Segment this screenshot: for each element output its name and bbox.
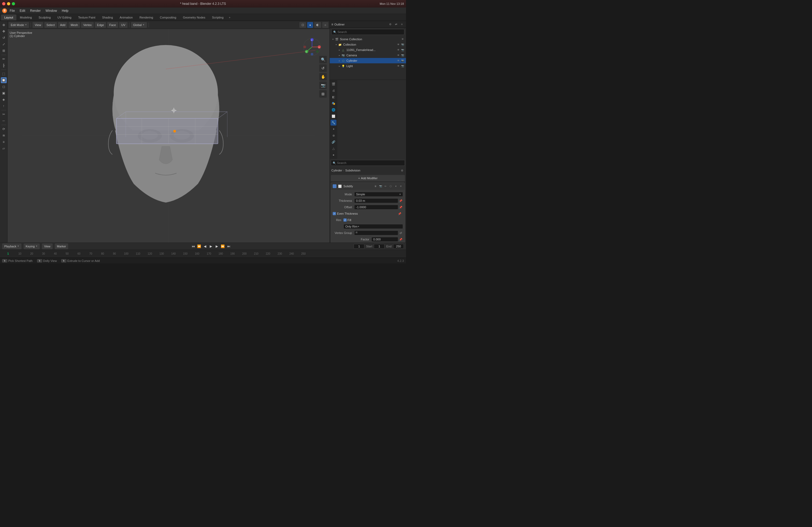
nav-pan[interactable]: ✋ [319, 73, 327, 80]
offset-pin-icon[interactable]: 📌 [398, 205, 403, 210]
outliner-camera[interactable]: ▸ 📷 Camera 👁 📷 [330, 52, 406, 58]
outliner-light[interactable]: ▸ 💡 Light 👁 📷 [330, 63, 406, 69]
marker-menu[interactable]: Marker [55, 243, 68, 249]
nav-camera[interactable]: 📷 [319, 81, 327, 89]
outliner-scene-collection[interactable]: ▾ 🎬 Scene Collection 👁 [330, 36, 406, 42]
light-expand-icon[interactable]: ▸ [338, 64, 341, 67]
view-menu[interactable]: View [32, 22, 43, 28]
tab-texture-paint[interactable]: Texture Paint [75, 15, 99, 20]
femalehead-eye-icon[interactable]: 👁 [396, 48, 400, 52]
prop-tab-render[interactable]: 🎬 [331, 81, 336, 87]
solidify-more-icon[interactable]: ▾ [394, 184, 398, 189]
menu-help[interactable]: Help [60, 8, 71, 13]
tab-rendering[interactable]: Rendering [136, 15, 156, 20]
tool-inset[interactable]: ▣ [1, 90, 7, 96]
outliner-restrict-btn[interactable]: ≡ [400, 22, 404, 27]
prop-tab-view-layer[interactable]: ◧ [331, 94, 336, 100]
mode-selector[interactable]: Edit Mode ▼ [9, 22, 29, 28]
outliner-collection[interactable]: ▾ 📁 Collection 👁 📷 [330, 42, 406, 47]
viewport-shading-solid[interactable]: ● [307, 22, 313, 28]
jump-start-btn[interactable]: ⏮ [191, 244, 196, 249]
keying-menu[interactable]: Keying ▼ [24, 243, 40, 249]
play-btn[interactable]: ▶ [209, 244, 214, 249]
add-menu[interactable]: Add [58, 22, 68, 28]
nav-rotate[interactable]: ↺ [319, 64, 327, 72]
camera-expand-icon[interactable]: ▸ [338, 54, 341, 57]
tool-measure[interactable]: ╟ [1, 62, 7, 69]
nav-grid[interactable]: ⊞ [319, 90, 327, 98]
light-render-icon[interactable]: 📷 [401, 64, 404, 68]
tool-offset-edge[interactable]: ◻ [1, 84, 7, 90]
menu-file[interactable]: File [8, 8, 17, 13]
viewport-shading-render[interactable]: ○ [322, 22, 329, 28]
tab-uv-editing[interactable]: UV Editing [54, 15, 75, 20]
solidify-cage-icon[interactable]: ⬡ [389, 184, 393, 189]
offset-field[interactable]: -1.0000 [354, 205, 398, 210]
solidify-header[interactable]: ⬜ Solidify 🖥 📷 ✏ ⬡ ▾ ✕ [331, 183, 405, 190]
thickness-field[interactable]: 0.03 m [354, 198, 398, 203]
tool-smooth[interactable]: ≋ [1, 133, 7, 138]
even-thickness-pin-icon[interactable]: 📌 [397, 211, 402, 216]
tool-loop-cut[interactable]: 🔲 [1, 77, 7, 83]
tab-sculpting[interactable]: Sculpting [35, 15, 54, 20]
mesh-menu[interactable]: Mesh [69, 22, 80, 28]
femalehead-render-icon[interactable]: 📷 [401, 48, 404, 52]
outliner-female-head[interactable]: ▸ △ 11091_FemaleHead... 👁 📷 [330, 47, 406, 52]
playback-menu[interactable]: Playback ▼ [2, 243, 21, 249]
next-keyframe-btn[interactable]: ⏩ [220, 244, 225, 249]
solidify-render-icon[interactable]: 📷 [378, 184, 383, 189]
only-rim-dropdown[interactable]: Only Rim ▼ [344, 224, 403, 229]
menu-edit[interactable]: Edit [17, 8, 27, 13]
factor-field[interactable]: 0.000 [371, 237, 398, 242]
vertex-group-field[interactable]: ⊞ [354, 230, 398, 235]
solidify-edit-icon[interactable]: ✏ [383, 184, 388, 189]
prev-frame-btn[interactable]: ◀ [203, 244, 207, 249]
cylinder-expand-icon[interactable]: ▸ [338, 59, 341, 62]
tab-compositing[interactable]: Compositing [157, 15, 179, 20]
tool-annotate[interactable]: ✏ [1, 56, 7, 62]
camera-eye-icon[interactable]: 👁 [396, 54, 400, 57]
tool-knife[interactable]: ✂ [1, 111, 7, 117]
tool-rotate[interactable]: ↺ [1, 35, 7, 41]
prev-keyframe-btn[interactable]: ⏪ [197, 244, 202, 249]
light-eye-icon[interactable]: 👁 [396, 64, 400, 68]
menu-render[interactable]: Render [28, 8, 43, 13]
outliner-filter-btn[interactable]: ⚙ [388, 22, 393, 27]
tab-shading[interactable]: Shading [99, 15, 116, 20]
tool-spin[interactable]: ⟳ [1, 126, 7, 132]
outliner-search-input[interactable] [337, 30, 403, 33]
vertex-menu[interactable]: Vertex [81, 22, 94, 28]
menu-window[interactable]: Window [43, 8, 59, 13]
outliner-cylinder[interactable]: ▸ ⬡ Cylinder 👁 📷 [330, 58, 406, 63]
3d-viewport[interactable]: User Perspective (1) Cylinder [8, 29, 330, 243]
prop-tab-physics[interactable]: ⊕ [331, 133, 336, 138]
solidify-realtime-icon[interactable]: 🖥 [373, 184, 378, 189]
solidify-enabled-checkbox[interactable] [333, 184, 336, 188]
tool-bisect[interactable]: ─ [1, 118, 7, 124]
vertex-group-swap-icon[interactable]: ⇄ [398, 230, 403, 235]
prop-tab-material[interactable]: ● [331, 152, 336, 158]
tab-scripting[interactable]: Scripting [209, 15, 227, 20]
viewport-shading-wire[interactable]: ◻ [300, 22, 306, 28]
prop-tab-particles[interactable]: ✦ [331, 126, 336, 132]
tool-shear[interactable]: ▱ [1, 146, 7, 151]
tool-cursor[interactable]: ⊕ [1, 22, 7, 28]
cylinder-eye-icon[interactable]: 👁 [396, 59, 400, 62]
maximize-button[interactable] [12, 2, 15, 5]
tab-geometry-nodes[interactable]: Geometry Nodes [180, 15, 208, 20]
prop-tab-object[interactable]: ⬜ [331, 113, 336, 119]
tab-animation[interactable]: Animation [117, 15, 136, 20]
outliner-search-box[interactable]: 🔍 [331, 29, 404, 35]
prop-tab-modifiers[interactable]: 🔧 [331, 120, 336, 125]
add-workspace-button[interactable]: + [227, 15, 232, 20]
prop-tab-scene[interactable]: 🎭 [331, 100, 336, 106]
cylinder-render-icon[interactable]: 📷 [401, 59, 404, 62]
tab-layout[interactable]: Layout [1, 15, 16, 20]
close-button[interactable] [2, 2, 5, 5]
minimize-button[interactable] [7, 2, 10, 5]
factor-pin-icon[interactable]: 📌 [398, 237, 403, 242]
prop-tab-output[interactable]: 🖨 [331, 88, 336, 93]
scene-eye-icon[interactable]: 👁 [401, 37, 404, 41]
timeline-view-menu[interactable]: View [42, 243, 53, 249]
solidify-close-icon[interactable]: ✕ [399, 184, 403, 189]
